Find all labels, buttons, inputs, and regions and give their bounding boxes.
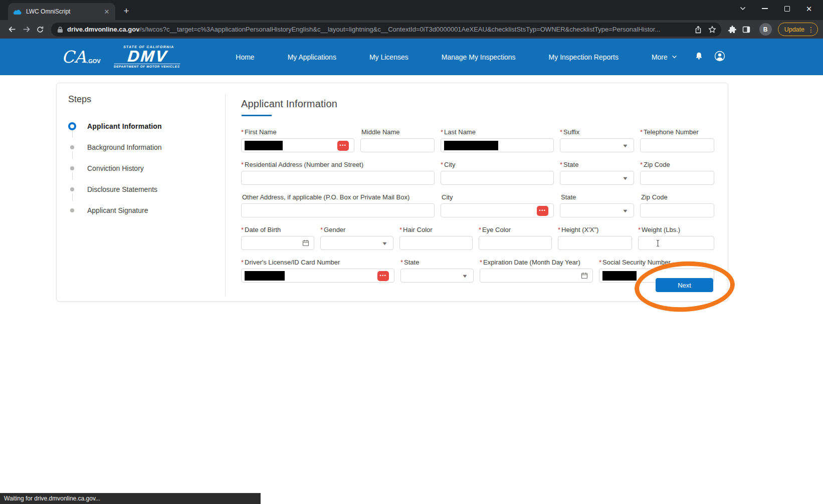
dropdown-arrow-icon: ▼ — [381, 241, 388, 246]
field-city: *City — [441, 161, 554, 185]
tab-title: LWC OmniScript — [26, 8, 102, 15]
middle-name-input[interactable] — [360, 138, 435, 152]
required-marker: * — [241, 128, 244, 136]
field-middle-name: Middle Name — [360, 128, 435, 152]
header-logos: CA.GOV STATE OF CALIFORNIA DMV DEPARTMEN… — [62, 45, 180, 68]
steps-panel: Steps Applicant Information Background I… — [68, 94, 219, 221]
window-close-button[interactable]: ✕ — [798, 0, 820, 17]
field-date-of-birth: *Date of Birth — [241, 226, 314, 250]
url-bar[interactable]: drive.dmvonline.ca.gov/s/lwcos?c__target… — [51, 23, 721, 37]
step-applicant-signature[interactable]: Applicant Signature — [68, 200, 219, 221]
bookmark-star-icon[interactable] — [708, 26, 716, 34]
telephone-input[interactable] — [640, 138, 714, 152]
required-marker: * — [640, 128, 643, 136]
autofill-icon[interactable]: ••• — [537, 206, 548, 216]
dropdown-arrow-icon: ▼ — [622, 176, 629, 181]
nav-my-licenses[interactable]: My Licenses — [369, 53, 408, 61]
redaction-bar — [444, 141, 498, 150]
gender-select[interactable]: ▼ — [320, 236, 393, 250]
nav-my-inspection-reports[interactable]: My Inspection Reports — [549, 53, 619, 61]
required-marker: * — [400, 259, 403, 266]
field-hair-color: *Hair Color — [399, 226, 473, 250]
field-state: *State ▼ — [560, 161, 634, 185]
state-select[interactable]: ▼ — [560, 171, 634, 185]
new-tab-button[interactable]: + — [119, 4, 133, 18]
other-state-select[interactable]: ▼ — [560, 203, 634, 217]
tab-search-icon[interactable] — [732, 0, 754, 17]
applicant-information-form: Applicant Information *First Name ••• Mi… — [241, 98, 714, 291]
weight-input[interactable] — [638, 236, 714, 250]
reload-icon[interactable] — [33, 23, 47, 37]
field-gender: *Gender ▼ — [320, 226, 393, 250]
field-zip-code: *Zip Code — [640, 161, 714, 185]
dmv-logo[interactable]: STATE OF CALIFORNIA DMV DEPARTMENT OF MO… — [113, 45, 182, 68]
steps-form-divider — [225, 94, 226, 296]
other-zip-code-input[interactable] — [640, 203, 714, 217]
field-expiration-date: *Expiration Date (Month Day Year) — [480, 259, 593, 283]
next-button[interactable]: Next — [656, 278, 713, 292]
forward-icon[interactable] — [19, 23, 33, 37]
browser-profile-avatar[interactable]: B — [759, 23, 772, 36]
dropdown-arrow-icon: ▼ — [622, 208, 629, 213]
dropdown-arrow-icon: ▼ — [622, 143, 629, 148]
window-maximize-button[interactable] — [776, 0, 798, 17]
city-input[interactable] — [441, 171, 554, 185]
calendar-icon[interactable] — [302, 239, 309, 248]
other-city-input[interactable]: ••• — [441, 203, 554, 217]
first-name-input[interactable]: ••• — [241, 138, 354, 152]
browser-tab[interactable]: LWC OmniScript ✕ — [8, 3, 115, 20]
step-conviction-history[interactable]: Conviction History — [68, 158, 219, 179]
hair-color-input[interactable] — [399, 236, 473, 250]
zip-code-input[interactable] — [640, 171, 714, 185]
extensions-puzzle-icon[interactable] — [725, 23, 739, 37]
field-weight: *Weight (Lbs.) — [638, 226, 714, 250]
step-applicant-information[interactable]: Applicant Information — [68, 116, 219, 137]
browser-status-text: Waiting for drive.dmvonline.ca.gov... — [0, 493, 261, 504]
required-marker: * — [441, 161, 443, 168]
page-viewport: CA.GOV STATE OF CALIFORNIA DMV DEPARTMEN… — [0, 39, 823, 504]
browser-menu-kebab-icon[interactable]: ⋮ — [807, 26, 814, 33]
required-marker: * — [558, 226, 560, 233]
required-marker: * — [560, 161, 562, 168]
form-title: Applicant Information — [241, 98, 714, 110]
required-marker: * — [638, 226, 641, 233]
field-other-city: City ••• — [441, 193, 554, 217]
height-input[interactable] — [558, 236, 632, 250]
required-marker: * — [320, 226, 323, 233]
tab-close-icon[interactable]: ✕ — [102, 7, 111, 16]
step-disclosure-statements[interactable]: Disclosure Statements — [68, 179, 219, 200]
field-first-name: *First Name ••• — [241, 128, 354, 152]
license-state-select[interactable]: ▼ — [400, 269, 474, 283]
dmv-header: CA.GOV STATE OF CALIFORNIA DMV DEPARTMEN… — [0, 39, 823, 75]
required-marker: * — [560, 128, 562, 136]
share-icon[interactable] — [694, 26, 702, 34]
other-address-input[interactable] — [241, 203, 435, 217]
nav-home[interactable]: Home — [236, 53, 254, 61]
back-icon[interactable] — [5, 23, 19, 37]
drivers-license-number-input[interactable]: ••• — [241, 269, 394, 283]
eye-color-input[interactable] — [479, 236, 552, 250]
nav-manage-my-inspections[interactable]: Manage My Inspections — [442, 53, 516, 61]
required-marker: * — [241, 259, 244, 266]
suffix-select[interactable]: ▼ — [560, 138, 634, 152]
step-background-information[interactable]: Background Information — [68, 137, 219, 158]
last-name-input[interactable] — [441, 138, 554, 152]
date-of-birth-input[interactable] — [241, 236, 314, 250]
nav-my-applications[interactable]: My Applications — [288, 53, 336, 61]
expiration-date-input[interactable] — [480, 269, 593, 283]
autofill-icon[interactable]: ••• — [337, 141, 349, 151]
field-suffix: *Suffix ▼ — [560, 128, 634, 152]
residential-address-input[interactable] — [241, 171, 435, 185]
nav-more[interactable]: More — [652, 53, 677, 61]
redaction-bar — [245, 141, 283, 150]
calendar-icon[interactable] — [581, 272, 588, 281]
ca-gov-logo[interactable]: CA.GOV — [62, 50, 101, 65]
redaction-bar — [245, 271, 285, 281]
browser-update-button[interactable]: Update ⋮ — [778, 23, 818, 36]
autofill-icon[interactable]: ••• — [377, 271, 389, 281]
notifications-bell-icon[interactable] — [695, 52, 703, 63]
user-profile-icon[interactable] — [714, 51, 725, 64]
text-cursor-icon — [656, 239, 660, 249]
window-minimize-button[interactable] — [754, 0, 776, 17]
side-panel-icon[interactable] — [739, 23, 753, 37]
